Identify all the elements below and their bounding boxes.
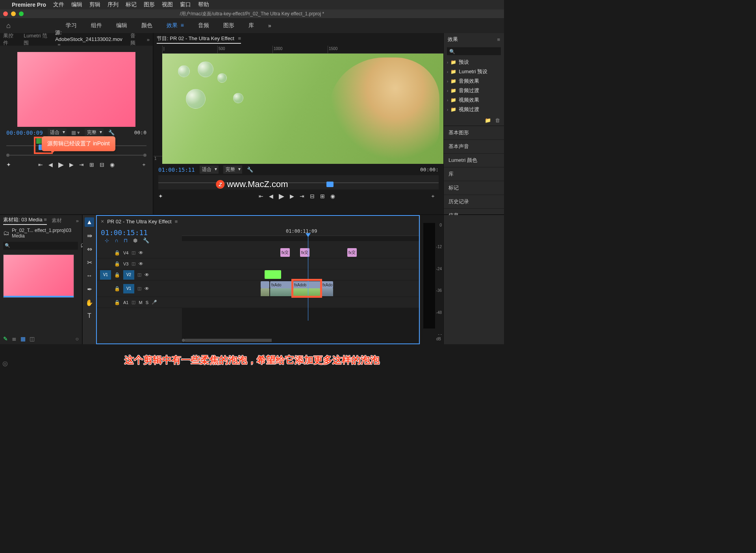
mark-out-icon[interactable]: ⇥ [300,193,304,199]
razor-tool-icon[interactable]: ✂ [85,258,94,267]
menu-sequence[interactable]: 序列 [107,1,119,8]
sequence-title[interactable]: PR 02 - The Ultra Key Effect [107,219,172,225]
workspace-assembly[interactable]: 组件 [91,22,102,29]
tree-video-effects[interactable]: ›📁视频效果 [444,95,504,105]
tab-program[interactable]: 节目: PR 02 - The Ultra Key Effect ≡ [157,35,241,44]
eye-icon[interactable]: 👁 [139,250,143,256]
source-patch-v1[interactable]: V1 [100,270,111,280]
panel-essential-sound[interactable]: 基本声音 [444,140,504,154]
tab-effect-controls[interactable]: 果控件 [3,32,16,46]
panel-menu-icon[interactable]: ≡ [497,37,500,43]
new-bin-icon[interactable]: 📁 [485,117,491,123]
source-timecode[interactable]: 00:00:00:09 [6,130,43,136]
panel-essential-graphics[interactable]: 基本图形 [444,126,504,140]
workspace-overflow-icon[interactable]: » [268,22,271,29]
pencil-icon[interactable]: ✎ [3,336,8,342]
sync-lock-icon[interactable]: ◫ [137,272,141,277]
type-tool-icon[interactable]: T [85,311,94,321]
tabs-overflow-icon[interactable]: » [147,37,150,43]
snap-icon[interactable]: ⊹ [105,238,109,243]
tabs-overflow-icon[interactable]: » [76,218,79,224]
zoom-slider-icon[interactable]: ○ [76,336,79,342]
project-search-input[interactable] [3,242,78,250]
project-clip-thumbnail[interactable] [3,254,74,298]
export-frame-icon[interactable]: ◉ [110,161,115,168]
step-back-icon[interactable]: ◀ [269,193,273,199]
sync-lock-icon[interactable]: ◫ [132,261,135,266]
eye-icon[interactable]: 👁 [139,261,143,267]
menu-marker[interactable]: 标记 [126,1,137,8]
slip-tool-icon[interactable]: ↔ [85,271,94,280]
voiceover-icon[interactable]: 🎤 [152,300,157,305]
zoom-handle-left-icon[interactable] [6,154,9,157]
lock-icon[interactable]: 🔒 [114,261,120,267]
video-clip[interactable]: fx Ado [270,281,292,288]
source-monitor-viewer[interactable] [17,52,135,127]
track-header-v2[interactable]: V1🔒V2◫👁 [97,269,182,280]
menu-file[interactable]: 文件 [53,1,64,8]
panel-history[interactable]: 历史记录 [444,195,504,209]
magnet-icon[interactable]: ∩ [115,238,118,243]
lock-icon[interactable]: 🔒 [114,272,120,278]
menu-edit[interactable]: 编辑 [71,1,82,8]
timeline-playhead-icon[interactable] [308,234,308,321]
add-marker-icon[interactable]: ✦ [158,193,163,199]
source-settings-icon[interactable]: ▦ ▾ [71,130,80,135]
step-back-icon[interactable]: ◀ [48,161,53,168]
ripple-edit-tool-icon[interactable]: ⇔ [85,244,94,254]
eye-icon[interactable]: 👁 [145,272,149,278]
workspace-menu-icon[interactable]: ≡ [179,22,184,28]
list-view-icon[interactable]: ≣ [12,336,17,342]
panel-libraries[interactable]: 库 [444,167,504,181]
playhead-marker-icon[interactable] [326,182,334,187]
tree-lumetri[interactable]: ›📁Lumetri 预设 [444,67,504,76]
video-clip[interactable]: fx Ado [321,281,333,288]
wrench-icon[interactable]: 🔧 [108,130,115,135]
zoom-handle-right-icon[interactable] [143,154,146,157]
play-icon[interactable]: ▶ [279,192,284,200]
effects-title[interactable]: 效果 [448,36,458,43]
tab-lumetri-scopes[interactable]: Lumetri 范围 [24,32,47,46]
program-ruler-v[interactable]: 1 [154,54,162,164]
menu-window[interactable]: 窗口 [180,1,191,8]
menu-help[interactable]: 帮助 [198,1,209,8]
panel-menu-icon[interactable]: ≡ [237,35,241,41]
tab-media[interactable]: 素材 [52,217,62,224]
close-window-icon[interactable] [3,11,8,16]
workspace-libraries[interactable]: 库 [248,22,254,29]
marker-icon[interactable]: ⬢ [133,238,137,243]
sync-lock-icon[interactable]: ◫ [137,286,141,291]
button-editor-icon[interactable]: ＋ [141,161,146,168]
program-ruler-h[interactable]: | 500 1000 1500 [162,46,443,54]
timeline-timecode[interactable]: 01:00:15:11 [101,228,162,237]
overwrite-icon[interactable]: ⊟ [100,161,104,168]
track-header-v4[interactable]: 🔒V4◫👁 [97,247,182,258]
lift-icon[interactable]: ⊟ [310,193,315,199]
timeline-tracks[interactable]: fx 交 fx 交 fx 交 fx Ado fx Adob fx Ado [182,247,419,343]
mark-in-icon[interactable]: ⇤ [38,161,43,168]
tab-audio-clip[interactable]: 音频 [130,32,139,46]
insert-icon[interactable]: ⊞ [89,161,94,168]
track-select-tool-icon[interactable]: ⇛ [85,231,94,240]
step-forward-icon[interactable]: ▶ [69,161,74,168]
export-frame-icon[interactable]: ◉ [330,193,335,199]
mute-icon[interactable]: M [139,300,142,305]
app-name[interactable]: Premiere Pro [12,2,46,8]
project-path-text[interactable]: Pr_02_T... effect_1.prproj\03 Media [12,228,79,239]
program-timecode[interactable]: 01:00:15:11 [158,167,195,173]
icon-view-icon[interactable]: ▦ [20,336,26,342]
tree-audio-transitions[interactable]: ›📁音频过渡 [444,86,504,95]
video-clip[interactable] [261,281,269,288]
step-forward-icon[interactable]: ▶ [290,193,294,199]
tree-presets[interactable]: ›📁预设 [444,58,504,67]
settings-icon[interactable]: 🔧 [143,238,149,243]
minimize-window-icon[interactable] [11,11,16,16]
timeline-scrollbar[interactable] [185,339,272,342]
lock-icon[interactable]: 🔒 [114,250,120,256]
workspace-graphics[interactable]: 图形 [223,22,234,29]
video-clip[interactable] [265,270,281,279]
source-zoom-dropdown[interactable]: 适合 [48,128,67,137]
workspace-effects[interactable]: 效果 ≡ [167,22,184,29]
menu-clip[interactable]: 剪辑 [89,1,100,8]
hand-tool-icon[interactable]: ✋ [85,298,94,307]
